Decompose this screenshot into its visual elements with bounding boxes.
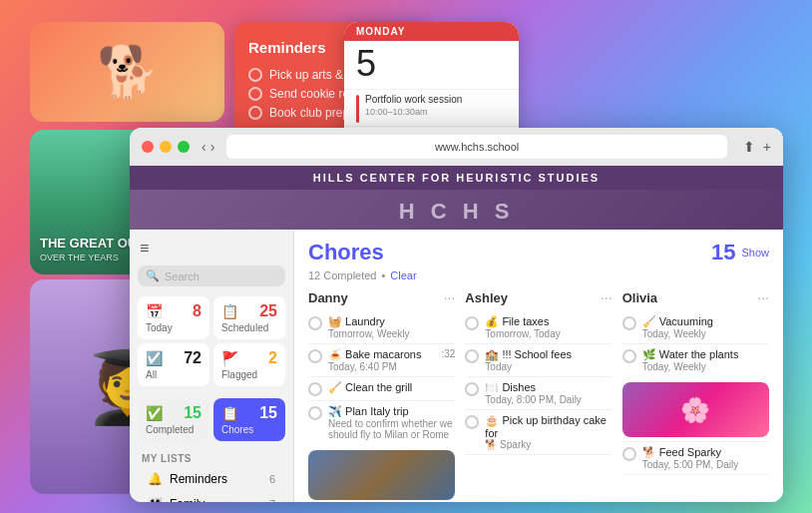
smart-flagged[interactable]: 🚩 2 Flagged — [213, 343, 285, 386]
back-button[interactable]: ‹ — [202, 139, 206, 155]
birthday-cake-name: 🎂 Pick up birthday cake for — [485, 414, 611, 439]
browser-toolbar-icons: ⬆ + — [743, 139, 771, 155]
dishes-circle[interactable] — [465, 382, 479, 396]
browser-nav: ‹ › — [202, 139, 214, 155]
school-fees-sub: Today — [485, 361, 611, 372]
vacuuming-circle[interactable] — [622, 316, 636, 330]
laundry-circle[interactable] — [308, 316, 322, 330]
clear-link[interactable]: Clear — [390, 269, 416, 281]
scheduled-icon: 📋 — [221, 303, 238, 319]
flagged-icon: 🚩 — [221, 350, 238, 366]
completed-icon: ✅ — [146, 405, 163, 421]
today-icon: 📅 — [146, 303, 163, 319]
address-bar[interactable]: www.hchs.school — [226, 135, 726, 159]
app-sidebar: ≡ 🔍 Search 📅 8 Today 📋 25 — [130, 230, 294, 502]
italy-circle[interactable] — [308, 406, 322, 420]
macarons-time: :32 — [441, 348, 455, 359]
list-family[interactable]: 👨‍👩‍👧 Family 7 — [136, 492, 287, 502]
water-plants-name: 🌿 Water the plants — [642, 348, 769, 361]
olivia-menu-icon[interactable]: ··· — [757, 289, 769, 305]
birthday-cake-circle[interactable] — [465, 415, 479, 429]
all-label: All — [146, 369, 202, 380]
search-bar[interactable]: 🔍 Search — [138, 265, 285, 286]
task-birthday-cake: 🎂 Pick up birthday cake for 🐕 Sparky — [465, 410, 611, 455]
danny-menu-icon[interactable]: ··· — [444, 289, 456, 305]
column-olivia: Olivia ··· 🧹 Vacuuming Today, Weekly — [622, 289, 769, 502]
family-list-icon: 👨‍👩‍👧 — [148, 497, 163, 502]
column-danny: Danny ··· 🧺 Laundry Tomorrow, Weekly — [308, 289, 455, 502]
dog-photo-panel: 🐕 — [30, 22, 224, 122]
browser-toolbar: ‹ › www.hchs.school ⬆ + — [130, 128, 783, 166]
dishes-sub: Today, 8:00 PM, Daily — [485, 394, 611, 405]
flagged-label: Flagged — [221, 369, 277, 380]
today-label: Today — [146, 322, 202, 333]
olivia-header: Olivia ··· — [622, 289, 769, 305]
calendar-day-label: MONDAY — [344, 22, 519, 41]
school-fees-circle[interactable] — [465, 349, 479, 363]
site-hero: H C H S — [130, 190, 783, 230]
traffic-light-yellow[interactable] — [160, 141, 172, 153]
flower-image: 🌸 — [622, 382, 769, 437]
smart-today[interactable]: 📅 8 Today — [138, 296, 209, 339]
completed-meta: 12 Completed — [308, 269, 377, 281]
school-fees-name: 🏫 !!! School fees — [485, 348, 611, 361]
macarons-circle[interactable] — [308, 349, 322, 363]
feed-sparky-circle[interactable] — [622, 447, 636, 461]
smart-scheduled[interactable]: 📋 25 Scheduled — [213, 296, 285, 339]
ashley-name: Ashley — [465, 290, 508, 305]
task-school-fees: 🏫 !!! School fees Today — [465, 344, 611, 377]
task-columns: Danny ··· 🧺 Laundry Tomorrow, Weekly — [308, 289, 769, 502]
olivia-name: Olivia — [622, 290, 657, 305]
completed-count: 15 — [184, 404, 202, 422]
traffic-light-red[interactable] — [142, 141, 154, 153]
flagged-count: 2 — [268, 349, 277, 367]
danny-header: Danny ··· — [308, 289, 455, 305]
chores-label: Chores — [221, 424, 277, 435]
scheduled-label: Scheduled — [221, 322, 277, 333]
traffic-lights — [142, 141, 190, 153]
show-button[interactable]: Show — [741, 247, 769, 258]
chores-meta: 12 Completed • Clear — [308, 269, 769, 281]
event-1-content: Portfolio work session 10:00–10:30am — [365, 93, 462, 117]
task-water-plants: 🌿 Water the plants Today, Weekly 🌸 — [622, 344, 769, 442]
taxes-sub: Tomorrow, Today — [485, 328, 611, 339]
taxes-circle[interactable] — [465, 316, 479, 330]
italy-sub: Need to confirm whether we should fly to… — [328, 418, 455, 440]
task-vacuuming: 🧹 Vacuuming Today, Weekly — [622, 311, 769, 344]
task-dishes: 🍽️ Dishes Today, 8:00 PM, Daily — [465, 377, 611, 410]
water-plants-sub: Today, Weekly — [642, 361, 769, 372]
smart-chores[interactable]: 📋 15 Chores — [213, 398, 285, 441]
task-taxes: 💰 File taxes Tomorrow, Today — [465, 311, 611, 344]
vacuuming-name: 🧹 Vacuuming — [642, 315, 769, 328]
add-tab-icon[interactable]: + — [763, 139, 771, 155]
birthday-cake-sub: 🐕 Sparky — [485, 439, 611, 450]
family-list-label: Family — [170, 497, 262, 502]
smart-completed[interactable]: ✅ 15 Completed — [138, 398, 209, 441]
reminder-circle-1 — [248, 68, 262, 82]
all-count: 72 — [184, 349, 202, 367]
reminders-widget-title: Reminders — [248, 39, 326, 56]
smart-lists: 📅 8 Today 📋 25 Scheduled ☑️ 72 — [130, 290, 293, 392]
grill-circle[interactable] — [308, 382, 322, 396]
forward-button[interactable]: › — [210, 139, 215, 155]
share-icon[interactable]: ⬆ — [743, 139, 755, 155]
reminders-app: ≡ 🔍 Search 📅 8 Today 📋 25 — [130, 230, 783, 502]
laundry-sub: Tomorrow, Weekly — [328, 328, 455, 339]
feed-sparky-name: 🐕 Feed Sparky — [642, 446, 769, 459]
chores-icon: 📋 — [221, 405, 238, 421]
smart-all[interactable]: ☑️ 72 All — [138, 343, 209, 386]
search-placeholder: Search — [165, 270, 200, 282]
meta-separator: • — [382, 269, 386, 281]
reminder-text-3: Book club prep — [269, 106, 349, 120]
water-plants-circle[interactable] — [622, 349, 636, 363]
traffic-light-green[interactable] — [178, 141, 190, 153]
list-reminders[interactable]: 🔔 Reminders 6 — [136, 467, 287, 491]
all-icon: ☑️ — [146, 350, 163, 366]
ashley-menu-icon[interactable]: ··· — [601, 289, 612, 305]
taxes-name: 💰 File taxes — [485, 315, 611, 328]
event-1-time: 10:00–10:30am — [365, 107, 462, 117]
column-ashley: Ashley ··· 💰 File taxes Tomorrow, Today — [465, 289, 611, 502]
macarons-sub: Today, 6:40 PM — [328, 361, 435, 372]
menu-icon[interactable]: ≡ — [130, 236, 293, 261]
task-macarons: 🍝 Bake macarons Today, 6:40 PM :32 — [308, 344, 455, 377]
